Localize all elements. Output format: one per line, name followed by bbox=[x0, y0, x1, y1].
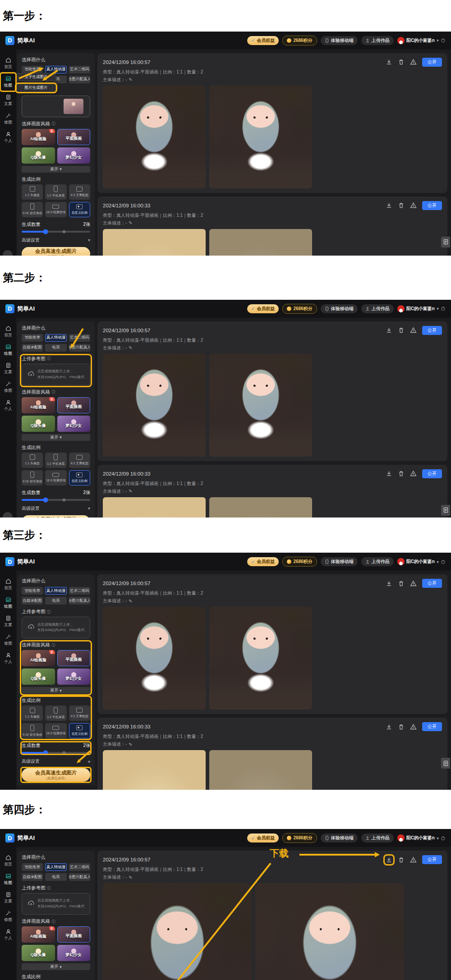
generated-image-2[interactable] bbox=[255, 883, 404, 980]
tab-art-qrcode[interactable]: 艺术二维码 bbox=[69, 334, 90, 342]
tab-match-real-person[interactable]: 给图片配真人 bbox=[69, 873, 90, 881]
sidebar-item-home[interactable]: 首页 bbox=[1, 852, 15, 870]
ratio-4-3[interactable]: 4:3 文章配图 bbox=[69, 184, 90, 200]
style-ai-paint-face[interactable]: 新AI绘画脸 bbox=[22, 397, 55, 413]
tab-smart-recommend[interactable]: 智能推荐 bbox=[22, 334, 43, 342]
mobile-version-button[interactable]: 体验移动端 bbox=[321, 36, 358, 45]
sidebar-item-home[interactable]: 首页 bbox=[1, 576, 15, 593]
tab-real-to-anime[interactable]: 真人转动漫 bbox=[45, 587, 66, 595]
publish-button[interactable]: 公开 bbox=[422, 469, 442, 478]
tab-media-illustration[interactable]: 自媒体配图 bbox=[22, 873, 43, 881]
slider-knob[interactable] bbox=[43, 229, 48, 234]
style-chibi-avatar[interactable]: Q版头像 bbox=[22, 416, 55, 432]
sidebar-item-retouch[interactable]: 修图 bbox=[1, 110, 15, 128]
sidebar-item-home[interactable]: 首页 bbox=[1, 323, 15, 340]
member-benefits-button[interactable]: ✓会员权益 bbox=[247, 36, 279, 45]
edit-icon[interactable]: ✎ bbox=[129, 77, 132, 82]
sidebar-item-profile[interactable]: 个人 bbox=[1, 129, 15, 146]
report-icon[interactable] bbox=[410, 327, 417, 334]
style-flat-illustration[interactable]: 平面插画 bbox=[57, 397, 91, 413]
edit-icon[interactable]: ✎ bbox=[129, 220, 132, 225]
quantity-slider[interactable] bbox=[22, 499, 90, 501]
generated-image-2[interactable] bbox=[209, 607, 312, 710]
power-icon[interactable] bbox=[441, 836, 446, 841]
sidebar-item-draw[interactable]: 绘图 bbox=[1, 871, 15, 888]
mobile-version-button[interactable]: 体验移动端 bbox=[321, 304, 358, 313]
generated-image-2[interactable] bbox=[209, 354, 312, 457]
sidebar-item-copywriting[interactable]: 文案 bbox=[1, 889, 15, 907]
publish-button[interactable]: 公开 bbox=[422, 201, 442, 210]
report-icon[interactable] bbox=[410, 59, 417, 65]
sidebar-item-retouch[interactable]: 修图 bbox=[1, 908, 15, 925]
advanced-settings-toggle[interactable]: 高级设置 ▾ bbox=[22, 505, 90, 512]
ratio-1-2[interactable]: 1:2 手机屏幕 bbox=[45, 184, 66, 200]
delete-icon[interactable] bbox=[398, 724, 405, 730]
ratio-1-2[interactable]: 1:2 手机屏幕 bbox=[45, 453, 66, 468]
slider-knob[interactable] bbox=[43, 751, 48, 756]
edit-icon[interactable]: ✎ bbox=[129, 489, 132, 494]
sidebar-item-copywriting[interactable]: 文案 bbox=[1, 92, 15, 109]
ratio-16-9[interactable]: 16:9 电脑壁纸 bbox=[45, 470, 66, 485]
tab-art-qrcode[interactable]: 艺术二维码 bbox=[69, 66, 90, 73]
ratio-16-9[interactable]: 16:9 电脑壁纸 bbox=[45, 723, 66, 738]
sidebar-item-profile[interactable]: 个人 bbox=[1, 650, 15, 667]
generated-image-1[interactable] bbox=[103, 229, 206, 256]
download-icon[interactable] bbox=[386, 202, 392, 209]
upload-work-button[interactable]: 上传作品 bbox=[361, 36, 394, 45]
style-dreamy-girl[interactable]: 梦幻少女 bbox=[57, 147, 91, 164]
style-ai-paint-face[interactable]: 新AI绘画脸 bbox=[22, 129, 55, 145]
report-icon[interactable] bbox=[410, 202, 417, 209]
expand-styles-button[interactable]: 展开▾ bbox=[22, 434, 90, 441]
tab-media-illustration[interactable]: 自媒体配图 bbox=[22, 344, 43, 352]
upload-dropzone[interactable]: 点击或拖拽图片上传， 支持20M以内JPG、PNG格式 bbox=[22, 364, 90, 385]
edit-icon[interactable]: ✎ bbox=[129, 875, 132, 880]
publish-button[interactable]: 公开 bbox=[422, 722, 442, 731]
edit-icon[interactable]: ✎ bbox=[129, 742, 132, 747]
ratio-9-16[interactable]: 9:16 宣传海报 bbox=[22, 723, 43, 738]
credits-badge[interactable]: 2686积分 bbox=[282, 304, 317, 314]
tab-match-real-person[interactable]: 给图片配真人 bbox=[69, 344, 90, 352]
advanced-settings-toggle[interactable]: 高级设置 ▾ bbox=[22, 758, 90, 765]
generated-image-2[interactable] bbox=[209, 86, 312, 188]
edit-icon[interactable]: ✎ bbox=[129, 599, 132, 604]
generated-image-1[interactable] bbox=[103, 750, 206, 790]
credits-badge[interactable]: 2686积分 bbox=[282, 833, 317, 843]
ratio-1-1[interactable]: 1:1 头像图 bbox=[22, 453, 43, 468]
member-benefits-button[interactable]: ✓会员权益 bbox=[247, 304, 279, 313]
tab-art-qrcode[interactable]: 艺术二维码 bbox=[69, 587, 90, 595]
history-side-button[interactable] bbox=[441, 505, 450, 516]
report-icon[interactable] bbox=[410, 580, 417, 587]
sidebar-item-profile[interactable]: 个人 bbox=[1, 926, 15, 943]
ratio-9-16[interactable]: 9:16 宣传海报 bbox=[22, 202, 43, 217]
tab-ecommerce[interactable]: 电商 bbox=[45, 597, 66, 604]
generated-image-1[interactable] bbox=[103, 354, 206, 457]
quantity-slider[interactable] bbox=[22, 752, 90, 754]
menu-item-text-to-image[interactable]: 文字生成图片 bbox=[16, 73, 56, 81]
user-menu[interactable]: 阳C的小富婆n ▾ bbox=[397, 305, 446, 312]
sidebar-item-draw[interactable]: 绘图 bbox=[1, 342, 15, 359]
power-icon[interactable] bbox=[441, 306, 446, 311]
mobile-version-button[interactable]: 体验移动端 bbox=[321, 557, 358, 566]
ratio-1-1[interactable]: 1:1 头像图 bbox=[22, 705, 43, 721]
publish-button[interactable]: 公开 bbox=[422, 326, 442, 335]
style-chibi-avatar[interactable]: Q版头像 bbox=[22, 147, 55, 164]
publish-button[interactable]: 公开 bbox=[422, 58, 442, 67]
tab-smart-recommend[interactable]: 智能推荐 bbox=[22, 587, 43, 595]
download-icon[interactable] bbox=[386, 59, 392, 65]
power-icon[interactable] bbox=[441, 38, 446, 43]
quantity-slider[interactable] bbox=[22, 231, 90, 233]
generated-image-2[interactable] bbox=[209, 229, 312, 256]
tab-media-illustration[interactable]: 自媒体配图 bbox=[22, 597, 43, 604]
tab-smart-recommend[interactable]: 智能推荐 bbox=[22, 66, 43, 73]
style-ai-paint-face[interactable]: 新AI绘画脸 bbox=[22, 650, 55, 666]
sidebar-item-retouch[interactable]: 修图 bbox=[1, 632, 15, 649]
ratio-4-3[interactable]: 4:3 文章配图 bbox=[69, 705, 90, 721]
tab-match-real-person[interactable]: 给图片配真人 bbox=[69, 597, 90, 604]
expand-styles-button[interactable]: 展开▾ bbox=[22, 963, 90, 970]
tab-ecommerce[interactable]: 电商 bbox=[45, 344, 66, 352]
download-icon[interactable] bbox=[386, 724, 392, 730]
upload-work-button[interactable]: 上传作品 bbox=[361, 833, 394, 843]
style-ai-paint-face[interactable]: 新AI绘画脸 bbox=[22, 926, 55, 943]
download-icon[interactable] bbox=[386, 327, 392, 334]
member-benefits-button[interactable]: ✓会员权益 bbox=[247, 557, 279, 566]
